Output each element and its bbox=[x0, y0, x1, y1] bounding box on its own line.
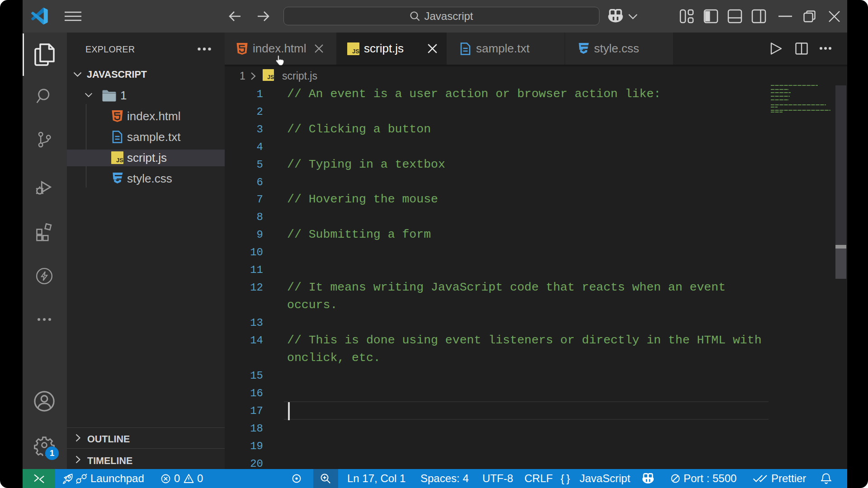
svg-text:JS: JS bbox=[116, 157, 123, 164]
svg-text:JS: JS bbox=[267, 74, 274, 80]
svg-text:JS: JS bbox=[352, 48, 359, 55]
